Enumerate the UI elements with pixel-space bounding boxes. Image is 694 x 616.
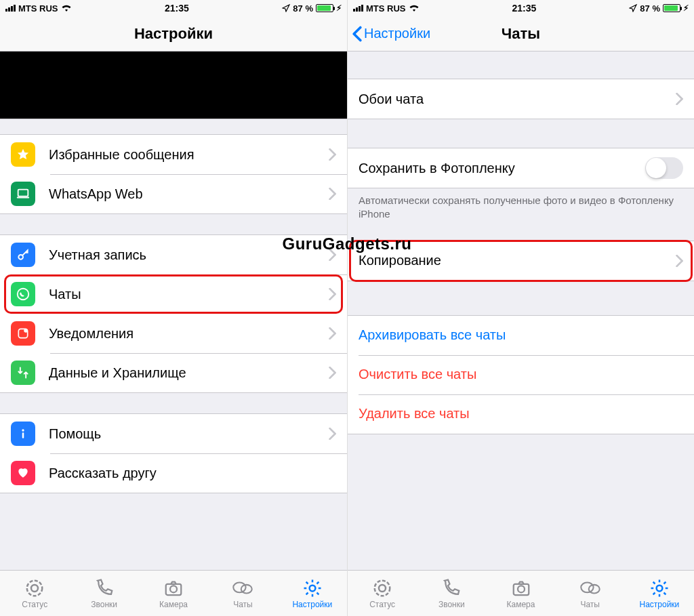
heart-icon — [11, 461, 35, 485]
chevron-right-icon — [675, 255, 683, 267]
key-icon — [11, 243, 35, 267]
svg-line-36 — [653, 592, 655, 594]
charging-icon: ⚡︎ — [336, 3, 342, 13]
notifications-icon — [11, 321, 35, 346]
svg-rect-7 — [22, 432, 24, 438]
svg-point-12 — [234, 582, 246, 592]
row-notifications[interactable]: Уведомления — [0, 314, 347, 353]
screenshot-left: MTS RUS 21:35 87 % ⚡︎ Настройки — [0, 0, 347, 616]
tab-label: Настройки — [292, 600, 332, 609]
svg-line-34 — [653, 581, 655, 583]
chevron-right-icon — [328, 367, 336, 379]
row-label: Удалить все чаты — [359, 406, 683, 422]
toggle-save-photos[interactable] — [645, 157, 683, 179]
row-label: Данные и Хранилище — [49, 365, 328, 381]
star-icon — [11, 142, 35, 167]
tab-chats[interactable]: Чаты — [556, 571, 625, 616]
row-label: Очистить все чаты — [359, 367, 683, 382]
nav-bar: Настройки Чаты — [348, 16, 694, 52]
row-archive-all[interactable]: Архивировать все чаты — [348, 316, 694, 355]
chevron-right-icon — [328, 428, 336, 440]
signal-icon — [5, 5, 16, 12]
row-label: Обои чата — [359, 91, 675, 107]
row-label: Копирование — [359, 253, 675, 268]
screenshot-right: MTS RUS 21:35 87 % ⚡︎ Настройки Чаты — [347, 0, 694, 616]
row-clear-all[interactable]: Очистить все чаты — [348, 355, 694, 394]
svg-point-26 — [518, 586, 525, 592]
svg-point-27 — [581, 582, 593, 592]
location-icon — [282, 4, 290, 12]
svg-point-14 — [309, 585, 315, 591]
footnote-save-photos: Автоматически сохранять полученные фото … — [348, 188, 694, 222]
nav-back-button[interactable]: Настройки — [352, 26, 430, 42]
row-label: Рассказать другу — [49, 466, 336, 481]
svg-line-19 — [306, 581, 308, 583]
tab-label: Статус — [369, 600, 395, 609]
tab-label: Чаты — [233, 600, 253, 609]
status-bar: MTS RUS 21:35 87 % ⚡︎ — [348, 0, 694, 16]
wifi-icon — [409, 4, 420, 12]
row-label: Уведомления — [49, 326, 328, 342]
svg-point-8 — [27, 580, 43, 596]
row-data-storage[interactable]: Данные и Хранилище — [0, 353, 347, 392]
carrier-label: MTS RUS — [366, 3, 406, 14]
svg-point-28 — [588, 584, 599, 593]
svg-rect-0 — [18, 190, 28, 197]
svg-point-3 — [18, 289, 29, 300]
svg-point-5 — [24, 329, 28, 333]
svg-point-11 — [170, 586, 177, 592]
location-icon — [629, 4, 637, 12]
whatsapp-icon — [11, 282, 35, 306]
clock: 21:35 — [165, 3, 189, 14]
row-save-camera-roll[interactable]: Сохранить в Фотопленку — [348, 148, 694, 188]
row-delete-all[interactable]: Удалить все чаты — [348, 394, 694, 434]
battery-icon — [663, 4, 680, 12]
tab-calls[interactable]: Звонки — [69, 571, 138, 616]
svg-line-37 — [664, 581, 666, 583]
svg-point-13 — [241, 584, 252, 593]
tab-label: Звонки — [438, 600, 465, 609]
tab-label: Камера — [507, 600, 535, 609]
tab-bar: Статус Звонки Камера Чаты Настройки — [348, 570, 694, 616]
tab-chats[interactable]: Чаты — [208, 571, 277, 616]
charging-icon: ⚡︎ — [683, 3, 689, 13]
nav-back-label: Настройки — [364, 26, 430, 41]
svg-point-24 — [379, 585, 386, 592]
svg-point-9 — [31, 585, 38, 592]
row-help[interactable]: Помощь — [0, 414, 347, 453]
data-icon — [11, 361, 35, 385]
row-chats[interactable]: Чаты — [0, 274, 347, 314]
tab-status[interactable]: Статус — [348, 571, 417, 616]
tab-calls[interactable]: Звонки — [417, 571, 486, 616]
tab-camera[interactable]: Камера — [139, 571, 208, 616]
profile-redacted[interactable] — [0, 52, 347, 119]
chevron-right-icon — [328, 288, 336, 300]
tab-settings[interactable]: Настройки — [278, 571, 347, 616]
row-tell-friend[interactable]: Рассказать другу — [0, 453, 347, 493]
row-wallpaper[interactable]: Обои чата — [348, 79, 694, 119]
carrier-label: MTS RUS — [18, 3, 58, 14]
chevron-right-icon — [328, 148, 336, 161]
row-label: WhatsApp Web — [49, 186, 328, 202]
row-starred-messages[interactable]: Избранные сообщения — [0, 135, 347, 174]
row-whatsapp-web[interactable]: WhatsApp Web — [0, 174, 347, 213]
wifi-icon — [61, 4, 72, 12]
battery-icon — [316, 4, 333, 12]
tab-label: Чаты — [580, 600, 600, 609]
row-label: Чаты — [49, 287, 328, 302]
tab-status[interactable]: Статус — [0, 571, 69, 616]
tab-camera[interactable]: Камера — [486, 571, 555, 616]
svg-line-22 — [317, 581, 319, 583]
svg-line-20 — [317, 592, 319, 594]
info-icon — [11, 422, 35, 446]
tab-settings[interactable]: Настройки — [625, 571, 694, 616]
row-label: Помощь — [49, 426, 328, 442]
svg-line-35 — [664, 592, 666, 594]
tab-label: Настройки — [639, 600, 679, 609]
tab-label: Камера — [159, 600, 188, 609]
svg-point-23 — [375, 580, 390, 596]
row-label: Сохранить в Фотопленку — [359, 161, 645, 176]
page-title: Чаты — [502, 25, 540, 43]
row-label: Архивировать все чаты — [359, 327, 683, 343]
tab-label: Звонки — [91, 600, 117, 609]
